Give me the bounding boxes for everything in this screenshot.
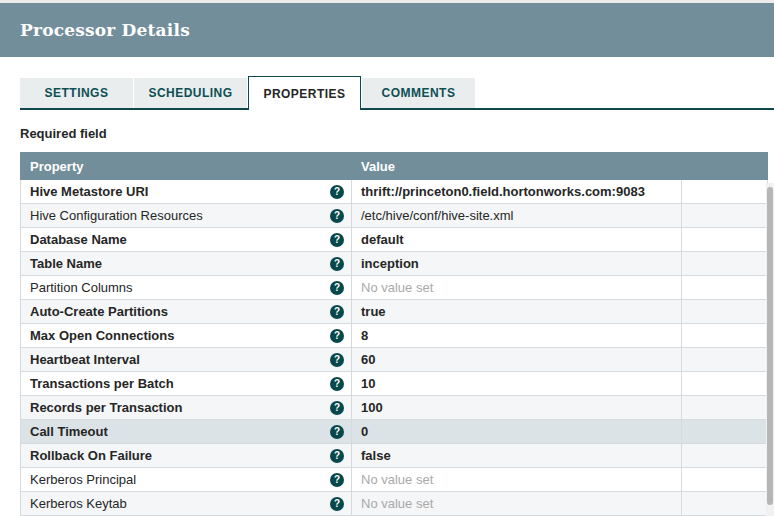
property-cell: Kerberos Principal? [21, 468, 352, 491]
extra-cell [682, 180, 767, 203]
processor-details-dialog: Processor Details SETTINGS SCHEDULING PR… [0, 0, 774, 516]
vertical-scrollbar[interactable] [766, 183, 774, 516]
tab-scheduling[interactable]: SCHEDULING [134, 78, 247, 108]
value-cell: thrift://princeton0.field.hortonworks.co… [352, 180, 682, 203]
extra-cell [682, 396, 767, 419]
extra-cell [682, 204, 767, 227]
help-icon[interactable]: ? [330, 329, 344, 343]
property-name: Database Name [30, 232, 127, 247]
extra-cell [682, 492, 767, 515]
value-cell: false [352, 444, 682, 467]
value-cell: 8 [352, 324, 682, 347]
table-row[interactable]: Heartbeat Interval?60 [20, 348, 768, 372]
table-row[interactable]: Call Timeout?0 [20, 420, 768, 444]
value-cell: true [352, 300, 682, 323]
extra-cell [682, 324, 767, 347]
property-name: Hive Configuration Resources [30, 208, 203, 223]
property-name: Rollback On Failure [30, 448, 152, 463]
extra-cell [682, 300, 767, 323]
property-name: Transactions per Batch [30, 376, 174, 391]
property-cell: Heartbeat Interval? [21, 348, 352, 371]
scrollbar-thumb[interactable] [767, 187, 773, 505]
value-cell: 0 [352, 420, 682, 443]
property-cell: Records per Transaction? [21, 396, 352, 419]
tab-comments[interactable]: COMMENTS [362, 78, 475, 108]
value-cell: 100 [352, 396, 682, 419]
tab-properties[interactable]: PROPERTIES [248, 76, 361, 110]
property-name: Partition Columns [30, 280, 133, 295]
property-cell: Max Open Connections? [21, 324, 352, 347]
property-name: Hive Metastore URI [30, 184, 148, 199]
extra-cell [682, 228, 767, 251]
tab-bar: SETTINGS SCHEDULING PROPERTIES COMMENTS [20, 76, 774, 110]
value-cell: No value set [352, 468, 682, 491]
value-cell: No value set [352, 492, 682, 515]
property-name: Max Open Connections [30, 328, 174, 343]
extra-cell [682, 252, 767, 275]
help-icon[interactable]: ? [330, 209, 344, 223]
property-cell: Database Name? [21, 228, 352, 251]
value-cell: 10 [352, 372, 682, 395]
property-cell: Partition Columns? [21, 276, 352, 299]
help-icon[interactable]: ? [330, 377, 344, 391]
table-row[interactable]: Hive Metastore URI?thrift://princeton0.f… [20, 180, 768, 204]
table-row[interactable]: Kerberos Principal?No value set [20, 468, 768, 492]
table-row[interactable]: Max Open Connections?8 [20, 324, 768, 348]
property-name: Table Name [30, 256, 102, 271]
property-name: Call Timeout [30, 424, 108, 439]
table-row[interactable]: Records per Transaction?100 [20, 396, 768, 420]
property-cell: Hive Metastore URI? [21, 180, 352, 203]
help-icon[interactable]: ? [330, 497, 344, 511]
value-cell: inception [352, 252, 682, 275]
value-cell: No value set [352, 276, 682, 299]
extra-cell [682, 468, 767, 491]
table-row[interactable]: Hive Configuration Resources?/etc/hive/c… [20, 204, 768, 228]
help-icon[interactable]: ? [330, 233, 344, 247]
property-column-header: Property [20, 159, 352, 174]
help-icon[interactable]: ? [330, 305, 344, 319]
property-cell: Call Timeout? [21, 420, 352, 443]
property-name: Records per Transaction [30, 400, 182, 415]
properties-table: Property Value Hive Metastore URI?thrift… [20, 152, 768, 516]
help-icon[interactable]: ? [330, 353, 344, 367]
help-icon[interactable]: ? [330, 257, 344, 271]
table-row[interactable]: Kerberos Keytab?No value set [20, 492, 768, 516]
extra-cell [682, 444, 767, 467]
help-icon[interactable]: ? [330, 425, 344, 439]
tab-settings[interactable]: SETTINGS [20, 78, 133, 108]
property-name: Kerberos Principal [30, 472, 136, 487]
extra-cell [682, 372, 767, 395]
extra-cell [682, 420, 767, 443]
value-cell: /etc/hive/conf/hive-site.xml [352, 204, 682, 227]
dialog-header: Processor Details [0, 3, 774, 57]
table-row[interactable]: Auto-Create Partitions?true [20, 300, 768, 324]
value-cell: default [352, 228, 682, 251]
value-column-header: Value [352, 159, 395, 174]
table-row[interactable]: Partition Columns?No value set [20, 276, 768, 300]
property-name: Heartbeat Interval [30, 352, 140, 367]
table-row[interactable]: Transactions per Batch?10 [20, 372, 768, 396]
table-row[interactable]: Rollback On Failure?false [20, 444, 768, 468]
property-cell: Kerberos Keytab? [21, 492, 352, 515]
help-icon[interactable]: ? [330, 473, 344, 487]
help-icon[interactable]: ? [330, 185, 344, 199]
property-name: Kerberos Keytab [30, 496, 127, 511]
dialog-title: Processor Details [20, 20, 190, 40]
property-name: Auto-Create Partitions [30, 304, 168, 319]
table-row[interactable]: Table Name?inception [20, 252, 768, 276]
table-row[interactable]: Database Name?default [20, 228, 768, 252]
property-cell: Rollback On Failure? [21, 444, 352, 467]
table-body: Hive Metastore URI?thrift://princeton0.f… [20, 180, 768, 516]
extra-cell [682, 348, 767, 371]
property-cell: Table Name? [21, 252, 352, 275]
required-field-note: Required field [20, 126, 107, 141]
help-icon[interactable]: ? [330, 449, 344, 463]
extra-cell [682, 276, 767, 299]
property-cell: Hive Configuration Resources? [21, 204, 352, 227]
property-cell: Transactions per Batch? [21, 372, 352, 395]
help-icon[interactable]: ? [330, 401, 344, 415]
value-cell: 60 [352, 348, 682, 371]
table-header-row: Property Value [20, 152, 768, 180]
property-cell: Auto-Create Partitions? [21, 300, 352, 323]
help-icon[interactable]: ? [330, 281, 344, 295]
